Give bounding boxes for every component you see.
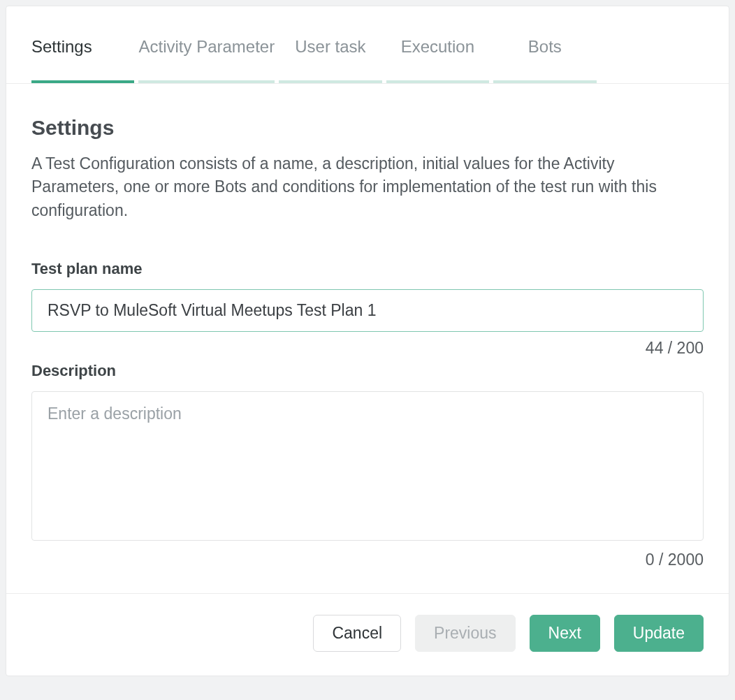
test-plan-name-label: Test plan name: [31, 260, 704, 278]
tab-bar: Settings Activity Parameter User task Ex…: [6, 6, 729, 84]
tab-user-task[interactable]: User task: [279, 31, 381, 83]
next-button[interactable]: Next: [530, 615, 600, 652]
settings-panel: Settings A Test Configuration consists o…: [6, 84, 729, 593]
tab-execution[interactable]: Execution: [386, 31, 489, 83]
cancel-button[interactable]: Cancel: [313, 615, 401, 652]
tab-settings[interactable]: Settings: [31, 31, 134, 83]
section-title: Settings: [31, 116, 704, 140]
test-plan-name-input[interactable]: [31, 289, 704, 332]
test-plan-name-field: Test plan name 44 / 200: [31, 260, 704, 358]
section-description: A Test Configuration consists of a name,…: [31, 152, 704, 222]
description-input[interactable]: [31, 391, 704, 541]
description-counter: 0 / 2000: [31, 550, 704, 569]
description-field: Description 0 / 2000: [31, 362, 704, 569]
tab-activity-parameter[interactable]: Activity Parameter: [138, 31, 275, 83]
previous-button: Previous: [415, 615, 515, 652]
tab-spacer: [601, 31, 704, 83]
tab-bots[interactable]: Bots: [493, 31, 596, 83]
test-plan-name-counter: 44 / 200: [31, 339, 704, 358]
config-card: Settings Activity Parameter User task Ex…: [6, 6, 729, 676]
description-label: Description: [31, 362, 704, 380]
footer-actions: Cancel Previous Next Update: [6, 593, 729, 676]
update-button[interactable]: Update: [614, 615, 704, 652]
